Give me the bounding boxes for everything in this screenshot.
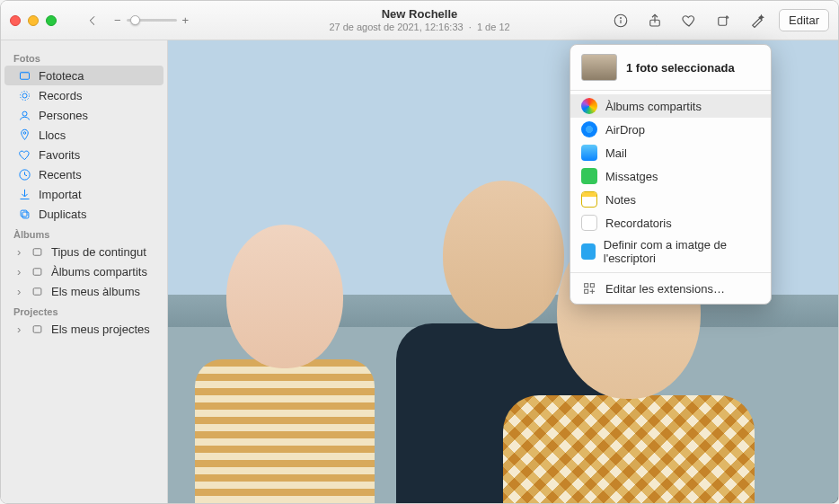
sidebar-item-library[interactable]: Fototeca — [4, 66, 163, 85]
zoom-thumb[interactable] — [130, 15, 140, 25]
share-item-mail[interactable]: Mail — [570, 141, 771, 164]
svg-rect-4 — [719, 17, 727, 25]
sidebar-item-people[interactable]: Persones — [4, 105, 163, 125]
sidebar-item-recents[interactable]: Recents — [4, 164, 163, 184]
enhance-button[interactable] — [745, 9, 770, 32]
sidebar-item-label: Persones — [39, 109, 88, 122]
album-icon — [30, 244, 44, 259]
share-popover: 1 foto seleccionada Àlbums compartits Ai… — [570, 44, 772, 305]
share-item-label: Àlbums compartits — [605, 100, 702, 113]
memories-icon — [17, 88, 31, 102]
share-item-shared-albums[interactable]: Àlbums compartits — [570, 94, 771, 118]
share-item-label: Definir com a imatge de l'escriptori — [604, 238, 760, 265]
svg-point-7 — [22, 93, 27, 98]
sidebar-item-my-albums[interactable]: › Els meus àlbums — [4, 281, 163, 301]
chevron-right-icon: › — [17, 245, 26, 259]
title-block: New Rochelle 27 de agost de 2021, 12:16:… — [329, 7, 509, 33]
album-icon — [30, 284, 44, 298]
close-window-button[interactable] — [10, 15, 21, 26]
sidebar-item-label: Tipus de contingut — [51, 245, 146, 259]
svg-rect-15 — [33, 268, 41, 275]
share-item-label: Notes — [605, 193, 636, 207]
share-item-notes[interactable]: Notes — [570, 188, 771, 211]
svg-point-10 — [23, 131, 26, 134]
sidebar-item-label: Favorits — [39, 148, 80, 162]
photo-subtitle: 27 de agost de 2021, 12:16:33 · 1 de 12 — [329, 22, 509, 33]
zoom-track[interactable] — [127, 19, 177, 22]
chevron-right-icon: › — [17, 265, 26, 279]
sidebar-item-records[interactable]: Records — [4, 85, 163, 105]
airdrop-icon — [581, 121, 597, 137]
share-item-airdrop[interactable]: AirDrop — [570, 118, 771, 141]
share-item-edit-extensions[interactable]: Editar les extensions… — [570, 277, 771, 300]
share-item-messages[interactable]: Missatges — [570, 164, 771, 188]
zoom-slider[interactable]: − + — [114, 13, 189, 27]
clock-icon — [17, 167, 31, 181]
download-icon — [17, 187, 31, 201]
share-thumbnail — [581, 54, 617, 81]
sidebar-item-label: Àlbums compartits — [51, 265, 147, 279]
svg-rect-6 — [19, 71, 29, 72]
wallpaper-icon — [581, 243, 596, 260]
share-popover-header: 1 foto seleccionada — [570, 45, 771, 91]
share-item-label: AirDrop — [605, 123, 645, 137]
sidebar-item-places[interactable]: Llocs — [4, 125, 163, 145]
sidebar-item-mediatypes[interactable]: › Tipus de contingut — [4, 242, 163, 261]
svg-rect-14 — [33, 248, 41, 255]
separator — [570, 272, 771, 273]
album-icon — [30, 264, 44, 279]
back-button[interactable] — [82, 10, 103, 31]
edit-button[interactable]: Editar — [779, 9, 829, 31]
library-icon — [17, 68, 31, 83]
titlebar: − + New Rochelle 27 de agost de 2021, 12… — [1, 1, 838, 40]
people-icon — [17, 108, 31, 122]
minimize-window-button[interactable] — [28, 15, 39, 26]
share-item-label: Recordatoris — [605, 217, 672, 230]
sidebar-item-label: Llocs — [39, 128, 66, 142]
rotate-button[interactable] — [711, 9, 736, 32]
fullscreen-window-button[interactable] — [46, 15, 57, 26]
photo-title: New Rochelle — [329, 7, 509, 22]
share-selection-count: 1 foto seleccionada — [626, 61, 735, 75]
sidebar-item-imported[interactable]: Importat — [4, 184, 163, 204]
sidebar-item-duplicates[interactable]: Duplicats — [4, 204, 163, 224]
notes-icon — [581, 191, 597, 208]
share-item-label: Mail — [605, 146, 627, 160]
sidebar-item-label: Records — [39, 89, 82, 102]
share-button[interactable] — [642, 9, 667, 32]
sidebar-item-my-projects[interactable]: › Els meus projectes — [4, 319, 163, 339]
sidebar-item-label: Els meus projectes — [51, 323, 150, 336]
share-item-label: Missatges — [605, 170, 658, 183]
info-button[interactable] — [608, 9, 633, 32]
sidebar-item-label: Recents — [39, 168, 82, 181]
photos-app-window: − + New Rochelle 27 de agost de 2021, 12… — [0, 0, 839, 504]
share-item-reminders[interactable]: Recordatoris — [570, 211, 771, 234]
svg-point-8 — [20, 91, 29, 100]
share-options-list: Àlbums compartits AirDrop Mail Missatges… — [570, 91, 771, 304]
favorite-button[interactable] — [676, 9, 702, 32]
sidebar-item-shared-albums[interactable]: › Àlbums compartits — [4, 261, 163, 281]
chevron-right-icon: › — [17, 285, 26, 298]
svg-rect-5 — [20, 72, 29, 79]
sidebar-item-label: Importat — [39, 188, 82, 201]
svg-rect-13 — [21, 210, 27, 217]
chevron-right-icon: › — [17, 323, 26, 336]
svg-rect-12 — [22, 212, 29, 218]
sidebar-item-label: Duplicats — [39, 208, 86, 221]
svg-rect-18 — [585, 284, 588, 287]
sidebar-item-label: Fototeca — [39, 69, 84, 83]
share-item-wallpaper[interactable]: Definir com a imatge de l'escriptori — [570, 234, 771, 269]
window-controls — [10, 15, 57, 26]
sidebar-section-albums: Àlbums — [1, 224, 167, 242]
duplicates-icon — [17, 207, 31, 221]
heart-icon — [17, 147, 31, 162]
zoom-in-label: + — [182, 13, 190, 27]
toolbar-right: Editar — [608, 9, 829, 32]
sidebar-section-fotos: Fotos — [1, 48, 167, 66]
sidebar: Fotos Fototeca Records Persones Llocs Fa… — [1, 40, 168, 503]
svg-point-2 — [621, 17, 622, 18]
sidebar-section-projects: Projectes — [1, 301, 167, 319]
shared-albums-icon — [581, 98, 597, 114]
sidebar-item-favorites[interactable]: Favorits — [4, 145, 163, 164]
sidebar-item-label: Els meus àlbums — [51, 285, 140, 298]
